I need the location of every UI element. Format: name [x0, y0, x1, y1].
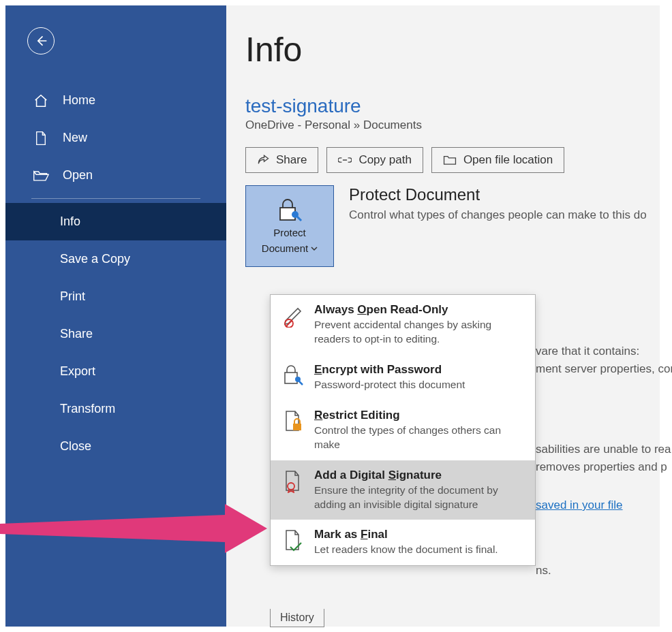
protect-document-menu: Always Open Read-Only Prevent accidental… — [270, 294, 536, 566]
history-label-partial: History — [270, 609, 324, 627]
back-arrow-icon — [34, 34, 48, 48]
button-label: Open file location — [463, 153, 553, 167]
nav-open[interactable]: Open — [5, 157, 226, 194]
nav-label: Open — [63, 168, 93, 183]
nav-close[interactable]: Close — [5, 428, 226, 465]
pencil-prohibit-icon — [281, 303, 305, 328]
menu-item-digital-signature[interactable]: Add a Digital Signature Ensure the integ… — [271, 460, 535, 520]
bg-text: ment server properties, cor — [536, 362, 672, 376]
nav-print[interactable]: Print — [5, 278, 226, 315]
share-icon — [257, 154, 269, 166]
section-heading: Protect Document — [349, 185, 647, 204]
lock-key-icon — [276, 198, 303, 223]
menu-item-title: Restrict Editing — [314, 409, 524, 422]
nav-info[interactable]: Info — [5, 203, 226, 240]
app-window: Home New Open Info Save a Copy — [5, 5, 660, 627]
button-label-line2: Document — [262, 242, 308, 254]
bg-text: removes properties and p — [536, 460, 667, 474]
protect-document-button[interactable]: Protect Document — [245, 185, 334, 267]
menu-item-title: Mark as Final — [314, 528, 498, 541]
bg-text: sabilities are unable to rea — [536, 443, 671, 456]
button-label-line1: Protect — [273, 227, 306, 238]
menu-item-mark-final[interactable]: Mark as Final Let readers know the docum… — [271, 520, 535, 565]
doc-check-icon — [281, 528, 305, 552]
button-label: Copy path — [358, 153, 412, 167]
bg-text: ns. — [536, 564, 551, 578]
back-button[interactable] — [27, 27, 55, 54]
home-icon — [31, 93, 50, 108]
nav-label: Export — [60, 364, 95, 379]
nav-label: Transform — [60, 402, 115, 416]
link-icon — [338, 154, 352, 166]
document-path: OneDrive - Personal » Documents — [245, 118, 660, 132]
doc-ribbon-icon — [281, 469, 305, 493]
menu-item-desc: Ensure the integrity of the document by … — [314, 484, 524, 512]
nav-label: Share — [60, 327, 93, 341]
menu-item-desc: Prevent accidental changes by asking rea… — [314, 318, 524, 347]
folder-open-icon — [31, 169, 50, 183]
svg-rect-5 — [293, 424, 301, 430]
new-doc-icon — [31, 131, 50, 146]
svg-point-6 — [288, 483, 294, 490]
protect-info: Protect Document Control what types of c… — [349, 185, 647, 222]
nav-home[interactable]: Home — [5, 82, 226, 119]
nav-label: Close — [60, 439, 91, 454]
nav-label: Print — [60, 289, 85, 304]
backstage-sidebar: Home New Open Info Save a Copy — [5, 5, 226, 627]
nav-label: Info — [60, 215, 80, 229]
svg-rect-3 — [285, 373, 297, 383]
page-title: Info — [245, 30, 660, 69]
nav-label: Home — [63, 93, 95, 108]
nav-label: Save a Copy — [60, 252, 130, 266]
share-button[interactable]: Share — [245, 147, 318, 173]
nav-new[interactable]: New — [5, 119, 226, 157]
menu-item-desc: Control the types of changes others can … — [314, 424, 524, 452]
nav-label: New — [63, 131, 87, 145]
nav-transform[interactable]: Transform — [5, 390, 226, 428]
nav-separator — [31, 198, 200, 199]
menu-item-encrypt[interactable]: Encrypt with Password Password-protect t… — [271, 355, 535, 400]
button-label: Share — [276, 153, 307, 167]
nav-export[interactable]: Export — [5, 353, 226, 390]
menu-item-title: Encrypt with Password — [314, 363, 465, 377]
protect-section: Protect Document Protect Document Contro… — [245, 185, 660, 267]
menu-item-title: Always Open Read-Only — [314, 303, 524, 317]
open-location-button[interactable]: Open file location — [431, 147, 564, 173]
action-row: Share Copy path Open file location — [245, 147, 660, 173]
bg-link[interactable]: saved in your file — [536, 499, 623, 512]
folder-icon — [443, 155, 457, 165]
nav-save-copy[interactable]: Save a Copy — [5, 240, 226, 278]
nav-list: Home New Open Info Save a Copy — [5, 67, 226, 465]
lock-key-icon — [281, 363, 305, 386]
section-description: Control what types of changes people can… — [349, 208, 647, 222]
menu-item-title: Add a Digital Signature — [314, 469, 524, 482]
nav-share[interactable]: Share — [5, 315, 226, 353]
copy-path-button[interactable]: Copy path — [326, 147, 423, 173]
document-title: test-signature — [245, 95, 660, 117]
doc-lock-icon — [281, 409, 305, 433]
chevron-down-icon — [311, 246, 318, 251]
bg-text: vare that it contains: — [536, 345, 639, 358]
menu-item-read-only[interactable]: Always Open Read-Only Prevent accidental… — [271, 295, 535, 355]
menu-item-restrict[interactable]: Restrict Editing Control the types of ch… — [271, 400, 535, 460]
menu-item-desc: Password-protect this document — [314, 378, 465, 392]
menu-item-desc: Let readers know the document is final. — [314, 543, 498, 557]
